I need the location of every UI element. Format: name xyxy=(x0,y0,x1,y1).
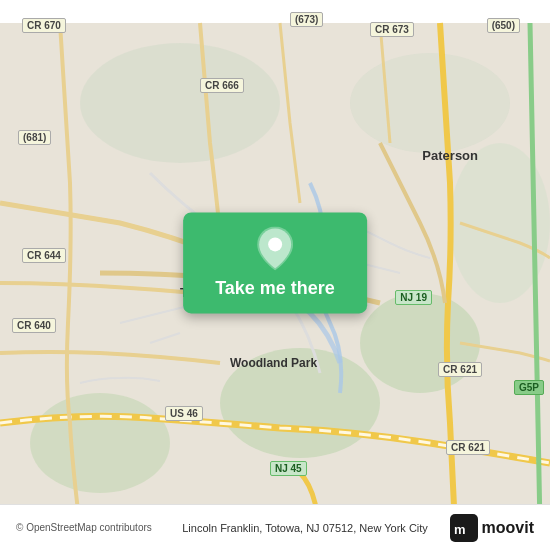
take-me-there-button[interactable]: Take me there xyxy=(183,212,367,313)
svg-point-2 xyxy=(220,348,380,458)
moovit-logo-icon: m xyxy=(450,514,478,542)
button-label: Take me there xyxy=(215,278,335,299)
svg-point-4 xyxy=(80,43,280,163)
bottom-info: © OpenStreetMap contributors xyxy=(16,522,161,533)
copyright-text: © OpenStreetMap contributors xyxy=(16,522,152,533)
moovit-logo: m moovit xyxy=(450,514,534,542)
bottom-bar: © OpenStreetMap contributors Lincoln Fra… xyxy=(0,504,550,550)
svg-text:m: m xyxy=(454,522,466,537)
svg-point-3 xyxy=(30,393,170,493)
svg-point-5 xyxy=(350,53,510,153)
map-container: CR 670 (673) CR 673 (650) (681) CR 666 C… xyxy=(0,0,550,550)
address-text: Lincoln Franklin, Totowa, NJ 07512, New … xyxy=(161,522,450,534)
svg-point-7 xyxy=(268,237,282,251)
location-pin-icon xyxy=(253,226,297,270)
moovit-name: moovit xyxy=(482,519,534,537)
popup-card: Take me there xyxy=(183,212,367,313)
